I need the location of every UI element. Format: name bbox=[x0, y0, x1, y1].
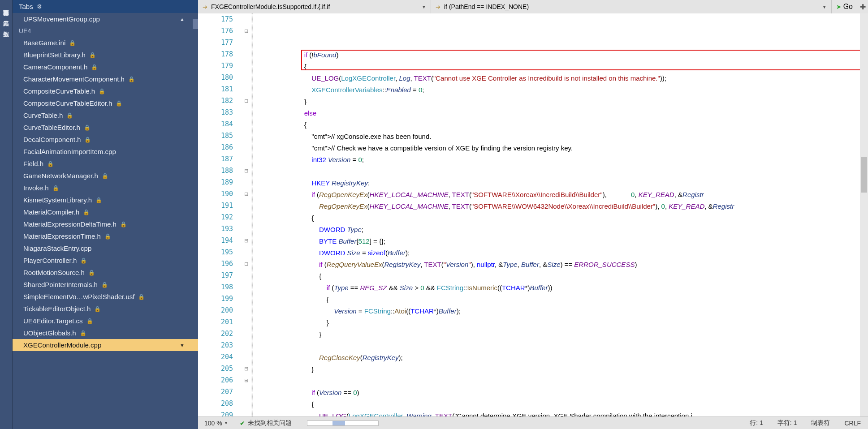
code-line[interactable]: UE_LOG(LogXGEController, Warning, TEXT("… bbox=[253, 410, 860, 416]
chevron-down-icon[interactable]: ▼ bbox=[822, 4, 827, 9]
file-item[interactable]: PlayerController.h🔒 bbox=[13, 254, 198, 266]
file-item[interactable]: CurveTable.h🔒 bbox=[13, 109, 198, 121]
status-line[interactable]: 行: 1 bbox=[743, 419, 770, 427]
file-item[interactable]: CompositeCurveTableEditor.h🔒 bbox=[13, 97, 198, 109]
code-line[interactable]: { bbox=[253, 212, 860, 224]
chevron-down-icon[interactable]: ▼ bbox=[180, 343, 185, 348]
side-tab-toolbox[interactable]: 工具箱 bbox=[0, 11, 12, 21]
code-line[interactable]: Version = FCString::Atoi((TCHAR*)Buffer)… bbox=[253, 305, 860, 317]
code-editor[interactable]: 1751761771781791801811821831841851861871… bbox=[198, 13, 868, 416]
code-content[interactable]: if (!bFound) { UE_LOG(LogXGEController, … bbox=[253, 13, 860, 416]
code-line[interactable]: XGEControllerVariables::Enabled = 0; bbox=[253, 84, 860, 96]
file-item[interactable]: BlueprintSetLibrary.h🔒 bbox=[13, 49, 198, 61]
fold-toggle[interactable]: ⊟ bbox=[241, 235, 251, 246]
file-item[interactable]: GameNetworkManager.h🔒 bbox=[13, 170, 198, 182]
go-button[interactable]: ➤ Go bbox=[832, 0, 857, 13]
file-item[interactable]: KismetSystemLibrary.h🔒 bbox=[13, 194, 198, 206]
file-item[interactable]: RootMotionSource.h🔒 bbox=[13, 266, 198, 279]
code-line[interactable]: "cmt">// xgConsole.exe has been found. bbox=[253, 131, 860, 142]
file-name: CharacterMovementComponent.h bbox=[23, 75, 125, 83]
scrollbar-thumb[interactable] bbox=[861, 157, 867, 193]
line-number: 206 bbox=[198, 374, 241, 386]
code-line[interactable]: } bbox=[253, 329, 860, 340]
code-line[interactable] bbox=[253, 38, 860, 49]
status-col[interactable]: 字符: 1 bbox=[770, 419, 804, 427]
sidebar-header[interactable]: Tabs ⚙ bbox=[13, 0, 198, 13]
fold-toggle[interactable]: ⊟ bbox=[241, 374, 251, 386]
file-item[interactable]: UPSMovementGroup.cpp▲ bbox=[13, 13, 198, 25]
file-item[interactable]: UE4Editor.Target.cs🔒 bbox=[13, 315, 198, 327]
code-line[interactable]: int32 Version = 0; bbox=[253, 154, 860, 166]
file-item[interactable]: Invoke.h🔒 bbox=[13, 182, 198, 194]
status-indent[interactable]: 制表符 bbox=[804, 419, 837, 427]
line-number: 201 bbox=[198, 316, 241, 328]
breadcrumb-member[interactable]: ➔ if (PathEnd == INDEX_NONE) ▼ bbox=[431, 0, 832, 13]
line-number: 202 bbox=[198, 328, 241, 339]
fold-toggle[interactable]: ⊟ bbox=[241, 188, 251, 200]
code-line[interactable]: } bbox=[253, 96, 860, 107]
code-line[interactable]: RegOpenKeyEx(HKEY_LOCAL_MACHINE, TEXT("S… bbox=[253, 201, 860, 212]
issues-status[interactable]: ✔ 未找到相关问题 bbox=[233, 419, 298, 427]
code-line[interactable]: } bbox=[253, 364, 860, 375]
code-line[interactable]: if (RegQueryValueEx(RegistryKey, TEXT("V… bbox=[253, 259, 860, 270]
code-line[interactable]: } bbox=[253, 317, 860, 329]
lock-icon: 🔒 bbox=[91, 64, 98, 70]
file-item[interactable]: CurveTableEditor.h🔒 bbox=[13, 121, 198, 133]
code-line[interactable]: if (Type == REG_SZ && Size > 0 && FCStri… bbox=[253, 282, 860, 294]
code-line[interactable] bbox=[253, 340, 860, 352]
file-item[interactable]: UObjectGlobals.h🔒 bbox=[13, 327, 198, 339]
code-line[interactable]: { bbox=[253, 294, 860, 305]
file-item[interactable]: Field.h🔒 bbox=[13, 158, 198, 170]
code-line[interactable]: { bbox=[253, 61, 860, 73]
fold-toggle[interactable]: ⊟ bbox=[241, 258, 251, 270]
fold-toggle[interactable]: ⊟ bbox=[241, 165, 251, 176]
code-line[interactable]: DWORD Size = sizeof(Buffer); bbox=[253, 247, 860, 259]
file-item[interactable]: MaterialCompiler.h🔒 bbox=[13, 206, 198, 218]
file-item[interactable]: XGEControllerModule.cpp▼ bbox=[13, 339, 198, 351]
file-item[interactable]: DecalComponent.h🔒 bbox=[13, 133, 198, 146]
file-item[interactable]: MaterialExpressionDeltaTime.h🔒 bbox=[13, 218, 198, 230]
file-name: GameNetworkManager.h bbox=[23, 172, 98, 180]
code-line[interactable]: RegCloseKey(RegistryKey); bbox=[253, 352, 860, 364]
side-tab-server[interactable]: 服务器资源管理器 bbox=[0, 0, 12, 11]
gear-icon[interactable]: ⚙ bbox=[37, 3, 42, 10]
code-line[interactable]: { bbox=[253, 270, 860, 282]
breadcrumb-scope[interactable]: ➔ FXGEControllerModule.IsSupported.if.{.… bbox=[198, 0, 431, 13]
file-item[interactable]: CompositeCurveTable.h🔒 bbox=[13, 85, 198, 97]
file-item[interactable]: CharacterMovementComponent.h🔒 bbox=[13, 73, 198, 85]
code-line[interactable]: UE_LOG(LogXGEController, Log, TEXT("Cann… bbox=[253, 73, 860, 84]
file-item[interactable]: MaterialExpressionTime.h🔒 bbox=[13, 230, 198, 242]
code-line[interactable]: "cmt">// Check we have a compatible vers… bbox=[253, 142, 860, 154]
fold-toggle[interactable]: ⊟ bbox=[241, 95, 251, 107]
vertical-scrollbar[interactable] bbox=[860, 13, 868, 416]
code-line[interactable] bbox=[253, 166, 860, 177]
side-tab-datasource[interactable]: 数据源 bbox=[0, 21, 12, 32]
file-item[interactable]: SimpleElementVo…wPixelShader.usf🔒 bbox=[13, 291, 198, 303]
zoom-dropdown[interactable]: 100 % ▾ bbox=[198, 420, 233, 427]
file-item[interactable]: TickableEditorObject.h🔒 bbox=[13, 303, 198, 315]
code-line[interactable]: { bbox=[253, 399, 860, 410]
split-button[interactable]: ✚ bbox=[857, 0, 868, 13]
file-item[interactable]: FacialAnimationImportItem.cpp bbox=[13, 146, 198, 158]
file-item[interactable]: BaseGame.ini🔒 bbox=[13, 37, 198, 49]
file-item[interactable]: SharedPointerInternals.h🔒 bbox=[13, 279, 198, 291]
file-item[interactable]: NiagaraStackEntry.cpp bbox=[13, 242, 198, 254]
file-item[interactable]: CameraComponent.h🔒 bbox=[13, 61, 198, 73]
code-line[interactable]: if (Version == 0) bbox=[253, 387, 860, 399]
code-line[interactable]: if (!bFound) bbox=[253, 49, 860, 61]
code-line[interactable]: DWORD Type; bbox=[253, 224, 860, 236]
minimap-bar[interactable] bbox=[298, 420, 388, 426]
fold-toggle[interactable]: ⊟ bbox=[241, 363, 251, 374]
code-line[interactable] bbox=[253, 375, 860, 387]
scrollbar-thumb[interactable] bbox=[193, 19, 198, 29]
chevron-down-icon[interactable]: ▼ bbox=[422, 4, 426, 9]
code-line[interactable]: { bbox=[253, 119, 860, 131]
fold-column[interactable]: ⊟⊟⊟⊟⊟⊟⊟⊟ bbox=[241, 13, 251, 416]
fold-toggle[interactable]: ⊟ bbox=[241, 25, 251, 37]
status-eol[interactable]: CRLF bbox=[837, 420, 868, 427]
chevron-up-icon[interactable]: ▲ bbox=[180, 17, 185, 22]
code-line[interactable]: HKEY RegistryKey; bbox=[253, 177, 860, 189]
code-line[interactable]: if (RegOpenKeyEx(HKEY_LOCAL_MACHINE, TEX… bbox=[253, 189, 860, 201]
code-line[interactable]: else bbox=[253, 107, 860, 119]
code-line[interactable]: BYTE Buffer[512] = {}; bbox=[253, 236, 860, 247]
